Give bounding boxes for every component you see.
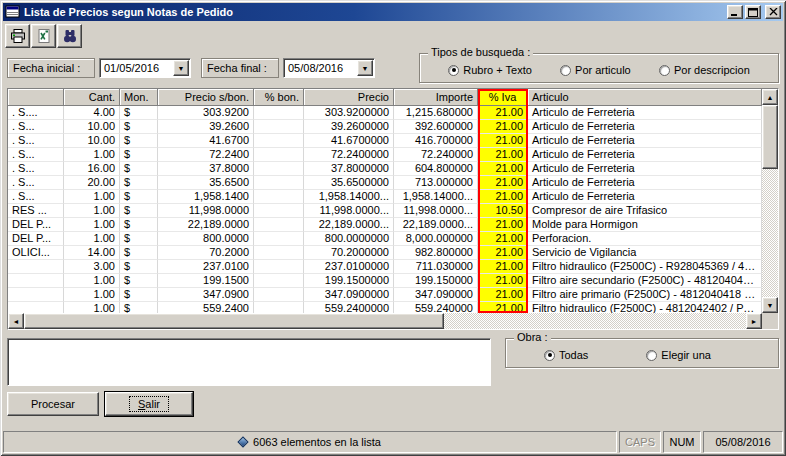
cell-pct-bon[interactable] (254, 106, 304, 120)
table-row[interactable]: RES ...1.00$11,998.000011,998.0000...11,… (8, 204, 762, 218)
vertical-scroll-track[interactable] (762, 105, 778, 297)
fecha-final-value[interactable]: 05/08/2016 (285, 61, 357, 75)
tipo-busqueda-option-0[interactable]: Rubro + Texto (448, 64, 532, 76)
cell-pct-bon[interactable] (254, 148, 304, 162)
cell-mon[interactable]: $ (120, 120, 158, 134)
cell-importe[interactable]: 72.240000 (394, 148, 478, 162)
cell-precio-s-bon[interactable]: 22,189.0000 (158, 218, 254, 232)
cell-articulo[interactable]: Filtro hidraulico (F2500C) - R928045369 … (528, 260, 762, 274)
cell-rubro[interactable]: . S.... (8, 106, 64, 120)
table-row[interactable]: 1.00$347.0900347.0900000347.09000021.00F… (8, 288, 762, 302)
cell-precio-s-bon[interactable]: 70.2000 (158, 246, 254, 260)
cell-rubro[interactable]: . S... (8, 176, 64, 190)
cell-articulo[interactable]: Articulo de Ferreteria (528, 176, 762, 190)
maximize-button[interactable] (745, 5, 761, 19)
cell-pct-bon[interactable] (254, 246, 304, 260)
cell-cant[interactable]: 10.00 (64, 120, 120, 134)
cell-importe[interactable]: 199.150000 (394, 274, 478, 288)
cell-precio[interactable]: 37.8000000 (304, 162, 394, 176)
tipo-busqueda-option-2[interactable]: Por descripcion (659, 64, 750, 76)
cell-pct-bon[interactable] (254, 134, 304, 148)
fecha-inicial-dropdown-button[interactable]: ▼ (173, 60, 189, 76)
minimize-button[interactable] (727, 5, 743, 19)
table-row[interactable]: DEL P...1.00$800.0000800.00000008,000.00… (8, 232, 762, 246)
cell-pct-iva[interactable]: 21.00 (478, 106, 528, 120)
cell-pct-bon[interactable] (254, 260, 304, 274)
column-header-pct-bon[interactable]: % bon. (254, 89, 304, 106)
cell-pct-bon[interactable] (254, 190, 304, 204)
cell-rubro[interactable] (8, 302, 64, 313)
cell-mon[interactable]: $ (120, 302, 158, 313)
table-row[interactable]: . S...1.00$1,958.14001,958.14000...1,958… (8, 190, 762, 204)
cell-precio[interactable]: 237.0100000 (304, 260, 394, 274)
cell-pct-iva[interactable]: 21.00 (478, 274, 528, 288)
cell-articulo[interactable]: Molde para Hormigon (528, 218, 762, 232)
cell-precio-s-bon[interactable]: 800.0000 (158, 232, 254, 246)
cell-importe[interactable]: 982.800000 (394, 246, 478, 260)
cell-articulo[interactable]: Articulo de Ferreteria (528, 148, 762, 162)
radio-unselected-icon[interactable] (560, 65, 571, 76)
cell-mon[interactable]: $ (120, 134, 158, 148)
cell-articulo[interactable]: Compresor de aire Trifasico (528, 204, 762, 218)
cell-cant[interactable]: 1.00 (64, 148, 120, 162)
radio-unselected-icon[interactable] (659, 65, 670, 76)
cell-rubro[interactable]: DEL P... (8, 232, 64, 246)
cell-pct-iva[interactable]: 21.00 (478, 218, 528, 232)
table-row[interactable]: 1.00$199.1500199.1500000199.15000021.00F… (8, 274, 762, 288)
app-icon[interactable] (5, 5, 21, 19)
cell-importe[interactable]: 559.240000 (394, 302, 478, 313)
column-header-precio-s-bon[interactable]: Precio s/bon. (158, 89, 254, 106)
cell-pct-bon[interactable] (254, 302, 304, 313)
cell-precio-s-bon[interactable]: 72.2400 (158, 148, 254, 162)
cell-rubro[interactable]: . S... (8, 162, 64, 176)
cell-pct-bon[interactable] (254, 204, 304, 218)
cell-mon[interactable]: $ (120, 148, 158, 162)
cell-articulo[interactable]: Filtro aire secundario (F2500C) - 481204… (528, 274, 762, 288)
cell-pct-iva[interactable]: 21.00 (478, 232, 528, 246)
cell-importe[interactable]: 713.000000 (394, 176, 478, 190)
cell-precio[interactable]: 41.6700000 (304, 134, 394, 148)
cell-rubro[interactable] (8, 274, 64, 288)
tipo-busqueda-option-1[interactable]: Por articulo (560, 64, 631, 76)
cell-cant[interactable]: 1.00 (64, 274, 120, 288)
horizontal-scrollbar[interactable]: ◄ ► (8, 313, 762, 329)
cell-cant[interactable]: 1.00 (64, 232, 120, 246)
scroll-down-button[interactable]: ▼ (762, 297, 778, 313)
cell-cant[interactable]: 3.00 (64, 260, 120, 274)
cell-mon[interactable]: $ (120, 232, 158, 246)
cell-pct-iva[interactable]: 21.00 (478, 162, 528, 176)
cell-mon[interactable]: $ (120, 190, 158, 204)
cell-articulo[interactable]: Filtro hidraulico (F2500C) - 4812042402 … (528, 302, 762, 313)
cell-pct-bon[interactable] (254, 232, 304, 246)
cell-pct-bon[interactable] (254, 288, 304, 302)
cell-precio-s-bon[interactable]: 41.6700 (158, 134, 254, 148)
cell-mon[interactable]: $ (120, 218, 158, 232)
cell-rubro[interactable] (8, 288, 64, 302)
cell-pct-iva[interactable]: 10.50 (478, 204, 528, 218)
cell-precio[interactable]: 199.1500000 (304, 274, 394, 288)
cell-pct-bon[interactable] (254, 162, 304, 176)
cell-cant[interactable]: 1.00 (64, 204, 120, 218)
cell-mon[interactable]: $ (120, 176, 158, 190)
scroll-left-button[interactable]: ◄ (8, 313, 24, 329)
column-header-mon[interactable]: Mon. (120, 89, 158, 106)
column-header-pct-iva[interactable]: % Iva (478, 89, 528, 106)
table-row[interactable]: . S...10.00$41.670041.6700000416.7000002… (8, 134, 762, 148)
radio-selected-icon[interactable] (544, 350, 555, 361)
table-row[interactable]: OLICI...14.00$70.200070.2000000982.80000… (8, 246, 762, 260)
cell-pct-iva[interactable]: 21.00 (478, 120, 528, 134)
cell-pct-iva[interactable]: 21.00 (478, 302, 528, 313)
cell-pct-iva[interactable]: 21.00 (478, 190, 528, 204)
cell-precio-s-bon[interactable]: 559.2400 (158, 302, 254, 313)
cell-rubro[interactable]: . S... (8, 120, 64, 134)
cell-precio-s-bon[interactable]: 237.0100 (158, 260, 254, 274)
column-header-precio[interactable]: Precio (304, 89, 394, 106)
cell-precio[interactable]: 35.6500000 (304, 176, 394, 190)
column-header-rubro[interactable] (8, 89, 64, 106)
cell-mon[interactable]: $ (120, 274, 158, 288)
cell-pct-iva[interactable]: 21.00 (478, 246, 528, 260)
cell-importe[interactable]: 1,958.14000... (394, 190, 478, 204)
cell-importe[interactable]: 1,215.680000 (394, 106, 478, 120)
cell-importe[interactable]: 8,000.000000 (394, 232, 478, 246)
cell-articulo[interactable]: Articulo de Ferreteria (528, 162, 762, 176)
